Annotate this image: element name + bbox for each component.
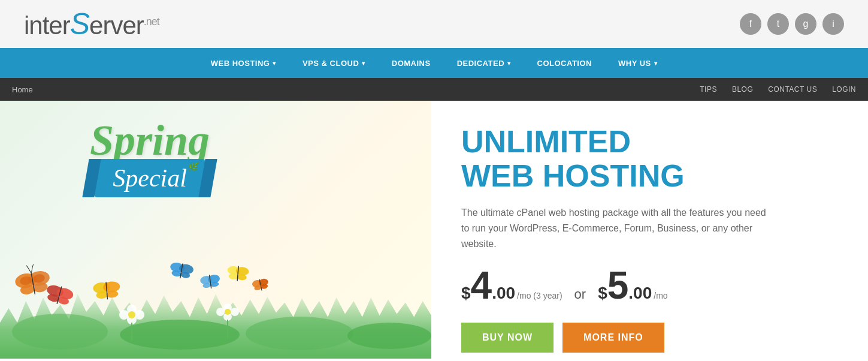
logo-erver: erver [89, 11, 144, 40]
nav-colocation[interactable]: COLOCATION [524, 48, 605, 78]
top-header: interServer.net f t g i [0, 0, 868, 48]
logo-text: interServer.net [24, 7, 159, 41]
nav-web-hosting[interactable]: WEB HOSTING ▾ [198, 48, 289, 78]
nav-tips[interactable]: TIPS [700, 85, 717, 94]
nav-contact-us[interactable]: CONTACT US [768, 85, 817, 94]
nav-vps-cloud[interactable]: VPS & CLOUD ▾ [289, 48, 379, 78]
garden-svg [0, 239, 431, 359]
nav-domains[interactable]: DOMAINS [379, 48, 444, 78]
price1-cents: .00 [492, 284, 515, 303]
more-info-button[interactable]: MORE INFO [562, 323, 664, 353]
logo-s: S [70, 7, 89, 41]
svg-point-1 [120, 320, 240, 350]
price-block-1: $ 4 .00 /mo (3 year) [461, 266, 562, 305]
price1-dollar: $ [461, 285, 471, 302]
secondary-navigation: Home TIPS BLOG CONTACT US LOGIN [0, 78, 868, 101]
garden-scene [0, 239, 431, 359]
twitter-icon[interactable]: t [767, 13, 789, 35]
nav-blog[interactable]: BLOG [732, 85, 753, 94]
leaf-decoration: 🌿 [187, 162, 198, 172]
price1-amount: 4 [471, 266, 492, 305]
nav-why-us[interactable]: WHY US ▾ [605, 48, 670, 78]
logo-inter: inter [24, 11, 70, 40]
breadcrumb-home[interactable]: Home [12, 85, 33, 94]
hero-right-content: UNLIMITED WEB HOSTING The ultimate cPane… [431, 101, 868, 359]
spring-special-container: Spring Special 🌿 [90, 119, 210, 197]
logo[interactable]: interServer.net [24, 7, 159, 41]
special-banner: Special 🌿 [95, 159, 205, 197]
hosting-title: UNLIMITED WEB HOSTING [461, 125, 838, 193]
svg-point-8 [128, 311, 135, 318]
svg-point-6 [119, 310, 129, 320]
price2-cents: .00 [628, 284, 652, 303]
price2-dollar: $ [598, 285, 607, 302]
cta-buttons: BUY NOW MORE INFO [461, 323, 838, 353]
svg-point-13 [225, 309, 231, 315]
secondary-nav-links: TIPS BLOG CONTACT US LOGIN [700, 85, 856, 94]
svg-point-2 [246, 317, 353, 350]
vps-dropdown-arrow: ▾ [362, 60, 365, 67]
nav-dedicated[interactable]: DEDICATED ▾ [444, 48, 524, 78]
nav-login[interactable]: LOGIN [832, 85, 856, 94]
price2-amount: 5 [607, 266, 629, 305]
price-or-separator: or [574, 287, 586, 302]
hosting-description: The ultimate cPanel web hosting package … [461, 205, 773, 251]
hero-left-banner: Spring Special 🌿 [0, 101, 431, 359]
why-us-dropdown-arrow: ▾ [654, 60, 658, 67]
price-block-2: $ 5 .00 /mo [598, 266, 667, 305]
google-plus-icon[interactable]: g [795, 13, 816, 35]
svg-point-11 [216, 308, 225, 316]
pricing-row: $ 4 .00 /mo (3 year) or $ 5 .00 /mo [461, 266, 838, 305]
svg-point-0 [12, 314, 108, 350]
buy-now-button[interactable]: BUY NOW [461, 323, 554, 353]
price2-period: /mo [654, 291, 667, 300]
social-icons-container: f t g i [740, 13, 844, 35]
facebook-icon[interactable]: f [740, 13, 761, 35]
logo-net: .net [144, 16, 159, 28]
dedicated-dropdown-arrow: ▾ [507, 60, 511, 67]
svg-point-3 [347, 323, 431, 349]
web-hosting-dropdown-arrow: ▾ [273, 60, 276, 67]
spring-text: Spring [90, 119, 210, 162]
instagram-icon[interactable]: i [822, 13, 844, 35]
svg-point-12 [231, 308, 239, 316]
hosting-title-line2: WEB HOSTING [461, 158, 685, 193]
price1-period: /mo (3 year) [517, 291, 562, 300]
special-text: Special [113, 164, 187, 192]
hero-section: Spring Special 🌿 [0, 101, 868, 359]
hosting-title-line1: UNLIMITED [461, 124, 631, 159]
breadcrumb: Home [12, 84, 33, 95]
svg-point-7 [135, 310, 144, 320]
main-navigation: WEB HOSTING ▾ VPS & CLOUD ▾ DOMAINS DEDI… [0, 48, 868, 78]
